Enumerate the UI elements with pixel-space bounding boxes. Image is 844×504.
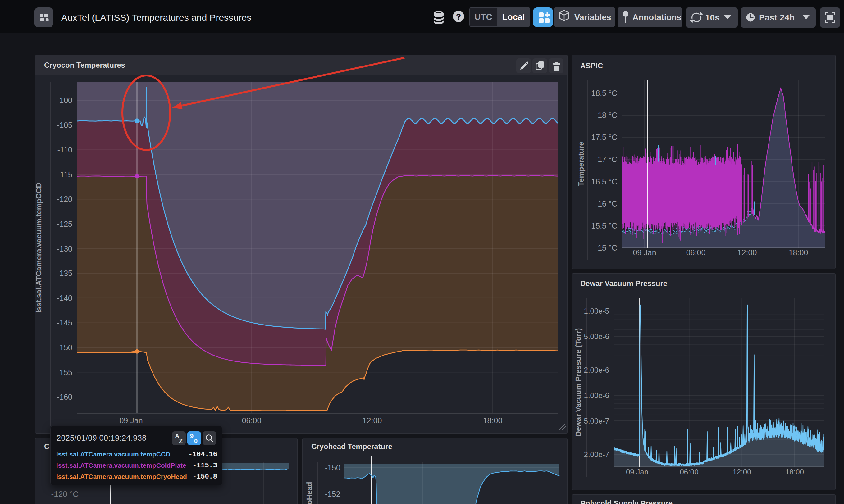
svg-text:5.00e-6: 5.00e-6: [584, 332, 609, 341]
svg-text:12:00: 12:00: [737, 248, 757, 257]
svg-text:-160: -160: [57, 393, 72, 401]
svg-text:?: ?: [456, 12, 461, 21]
svg-text:-130: -130: [57, 245, 72, 253]
svg-text:-150: -150: [325, 463, 340, 472]
svg-text:-100: -100: [57, 96, 72, 105]
svg-text:0: 0: [194, 437, 198, 444]
svg-text:18:00: 18:00: [483, 416, 503, 425]
svg-text:09 Jan: 09 Jan: [626, 468, 648, 476]
svg-text:18:00: 18:00: [789, 248, 808, 257]
svg-text:-120 °C: -120 °C: [51, 489, 78, 499]
svg-text:Temperature: Temperature: [577, 142, 585, 186]
svg-text:-152: -152: [325, 490, 340, 499]
svg-text:06:00: 06:00: [686, 248, 706, 257]
svg-text:18.5 °C: 18.5 °C: [591, 89, 617, 97]
svg-text:09 Jan: 09 Jan: [119, 416, 143, 425]
svg-text:AuxTel (LATISS) Temperatures a: AuxTel (LATISS) Temperatures and Pressur…: [61, 13, 251, 23]
svg-text:UTC: UTC: [474, 12, 492, 22]
svg-text:Cryohead Temperature: Cryohead Temperature: [311, 442, 392, 451]
svg-text:Dewar Vacuum Pressure (Torr): Dewar Vacuum Pressure (Torr): [574, 328, 582, 436]
svg-text:2.00e-7: 2.00e-7: [584, 450, 609, 459]
svg-text:17 °C: 17 °C: [598, 155, 617, 164]
svg-text:10s: 10s: [705, 13, 720, 22]
svg-text:15.5 °C: 15.5 °C: [591, 221, 617, 230]
svg-text:15 °C: 15 °C: [598, 244, 617, 252]
svg-text:12:00: 12:00: [362, 416, 382, 425]
svg-text:Local: Local: [502, 12, 525, 22]
svg-text:17.5 °C: 17.5 °C: [591, 133, 617, 142]
svg-text:16 °C: 16 °C: [598, 199, 617, 208]
svg-text:-150: -150: [57, 343, 72, 352]
svg-text:-110: -110: [57, 145, 72, 154]
svg-text:Z: Z: [179, 437, 183, 444]
svg-text:2.00e-6: 2.00e-6: [584, 366, 609, 374]
svg-text:18 °C: 18 °C: [598, 111, 617, 120]
svg-text:5.00e-7: 5.00e-7: [584, 417, 609, 425]
svg-text:-135: -135: [57, 269, 72, 277]
svg-text:Annotations: Annotations: [632, 13, 681, 22]
svg-text:-105: -105: [57, 121, 72, 129]
svg-text:1.00e-6: 1.00e-6: [584, 391, 609, 400]
svg-text:-125: -125: [57, 219, 72, 228]
svg-text:-155: -155: [57, 368, 72, 377]
svg-text:Dewar Vacuum Pressure: Dewar Vacuum Pressure: [580, 279, 667, 288]
svg-text:09 Jan: 09 Jan: [633, 248, 656, 257]
svg-text:-120: -120: [57, 195, 72, 203]
svg-text:Past 24h: Past 24h: [759, 13, 795, 22]
svg-text:ASPIC: ASPIC: [580, 61, 603, 70]
svg-text:16.5 °C: 16.5 °C: [591, 177, 617, 186]
svg-text:lsst.sal.ATCamera.vacuum.tempC: lsst.sal.ATCamera.vacuum.tempCryoHead: [305, 482, 313, 504]
svg-text:1.00e-5: 1.00e-5: [584, 307, 609, 315]
svg-text:06:00: 06:00: [242, 416, 262, 425]
svg-text:06:00: 06:00: [680, 468, 698, 476]
svg-text:-140: -140: [57, 294, 72, 303]
svg-text:9: 9: [190, 433, 194, 439]
svg-text:12:00: 12:00: [733, 468, 751, 476]
svg-text:-145: -145: [57, 318, 72, 327]
svg-text:-115: -115: [57, 170, 72, 179]
svg-text:lsst.sal.ATCamera.vacuum.tempC: lsst.sal.ATCamera.vacuum.tempCCD: [35, 183, 43, 313]
svg-text:Variables: Variables: [574, 13, 611, 22]
svg-text:18:00: 18:00: [785, 468, 804, 476]
